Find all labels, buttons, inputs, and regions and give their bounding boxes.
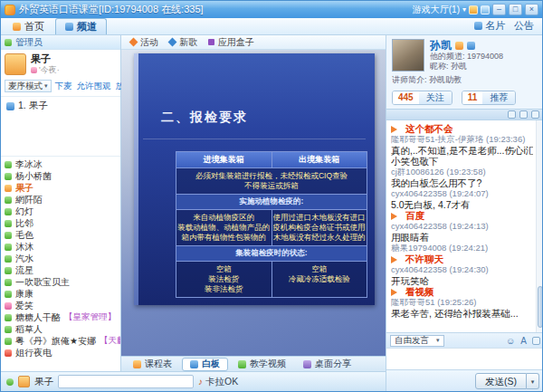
slide-table: 进境集装箱 出境集装箱 必须对集装箱进行报检，未经报检或CIQ查验不得装运或拆箱… — [176, 151, 367, 298]
follow-button[interactable]: 445 关注 — [392, 91, 452, 105]
board-tab[interactable]: 教学视频 — [231, 358, 293, 371]
weibo-icon[interactable] — [469, 5, 478, 14]
slide-edge-accent — [134, 53, 138, 305]
chat-message: 看视频 — [391, 286, 533, 297]
nav-action-button[interactable]: 公告 — [514, 19, 534, 33]
chat-message-text: 这个都不会 — [405, 123, 453, 134]
font-icon[interactable]: A — [520, 336, 527, 346]
member-status-icon — [5, 255, 12, 263]
send-button[interactable]: 发送(S) — [475, 373, 527, 389]
recommend-button[interactable]: 11 推荐 — [462, 91, 517, 105]
member-list-item[interactable]: 比邻 — [1, 217, 120, 229]
mic-action-link[interactable]: 下麦 — [55, 81, 72, 92]
member-list-item[interactable]: 幻灯 — [1, 206, 120, 217]
nav-tab[interactable]: 频道 — [55, 18, 107, 34]
quick-chat-input[interactable] — [58, 375, 194, 388]
minimize-button[interactable]: – — [492, 4, 506, 15]
game-lobby-button[interactable]: 游戏大厅(1) — [413, 4, 460, 16]
board-tab[interactable]: 课程表 — [126, 358, 179, 371]
nav-tab-icon — [65, 23, 73, 31]
member-list-item[interactable]: 一吹歌宝贝主 — [1, 276, 120, 288]
speak-mode-select[interactable]: 自由发言 ▾ — [390, 335, 444, 347]
send-options-caret[interactable]: ▾ — [527, 373, 539, 389]
screenshot-icon[interactable] — [532, 337, 540, 345]
owner-name: 果子 — [31, 53, 60, 65]
member-list-item[interactable]: 糖糖人干酪 【皇家管理】 — [1, 311, 120, 323]
board-tab[interactable]: 白板 — [182, 358, 228, 371]
member-list-item[interactable]: 沐沐 — [1, 241, 120, 253]
chat-message: 不许聊天 — [391, 253, 533, 264]
karaoke-button[interactable]: ♪ 卡拉OK — [198, 376, 238, 388]
board-tab-label: 课程表 — [145, 358, 172, 370]
gear-icon[interactable] — [467, 42, 475, 50]
member-name: 流星 — [15, 264, 33, 276]
emoticon-icon[interactable]: ☺ — [506, 336, 515, 346]
toolbar-button[interactable]: 应用盒子 — [208, 36, 254, 49]
message-icon[interactable] — [481, 5, 490, 14]
chat-message: 用眼睛着 — [391, 232, 533, 243]
chat-message: 这个都不会 — [391, 123, 533, 134]
maximize-button[interactable]: □ — [509, 4, 522, 15]
whiteboard-canvas: 二、报检要求 进境集装箱 出境集装箱 必须对集装箱进行报检，未经报检或CIQ查验… — [121, 50, 386, 356]
chat-message: cyx406422358 (19:24:07) — [391, 188, 533, 199]
table-header-cell: 出境集装箱 — [272, 152, 367, 167]
table-line: 使用过进口木地板没有进口检 — [273, 213, 367, 223]
nav-actions: 名片 公告 — [474, 19, 539, 34]
member-list-item[interactable]: 毛色 — [1, 229, 120, 241]
member-list-item[interactable]: 姐行夜电 — [1, 347, 120, 359]
presenter-avatar[interactable] — [392, 39, 424, 72]
member-list-item[interactable]: 爱笑 — [1, 300, 120, 311]
member-list-item[interactable]: 稻草人 — [1, 323, 120, 335]
toolbar-button[interactable]: 新歌 — [169, 36, 197, 49]
table-section-row: 集装箱检疫时的状态: — [176, 245, 367, 261]
channel-owner[interactable]: 果子 '今夜· — [1, 50, 120, 77]
member-list-item[interactable]: 粤《丹》旗俺★安娜 【天麒歌手】 — [1, 335, 120, 347]
chat-message-text: 糖果19794008 (19:24:21) — [391, 243, 488, 253]
channel-tree-item[interactable]: 1. 果子 — [1, 97, 120, 115]
table-line: 空箱 — [177, 264, 271, 274]
settings-icon[interactable] — [531, 110, 539, 119]
chat-message-text: 百度 — [405, 210, 424, 221]
member-list-item[interactable]: 果子 — [1, 182, 120, 194]
chat-format-icons: ☺ A — [506, 336, 540, 346]
member-list-item[interactable]: 汽水 — [1, 253, 120, 264]
table-line: 装载动植物、动植物产品的 — [177, 223, 271, 233]
chat-input[interactable] — [386, 348, 543, 369]
nav-tab-icon — [13, 23, 21, 31]
close-button[interactable]: × — [525, 4, 538, 15]
table-cell: 空箱冷藏冷冻适载检验 — [272, 262, 367, 297]
member-list-item[interactable]: 康康 — [1, 288, 120, 300]
chat-scrollbar-thumb[interactable] — [538, 286, 543, 328]
chevron-down-icon[interactable]: ▾ — [462, 5, 466, 14]
member-name: 沐沐 — [15, 241, 33, 253]
nav-action-icon — [474, 22, 482, 30]
toolbar-icon — [129, 38, 138, 47]
member-name: 康康 — [15, 288, 33, 300]
member-list-item[interactable]: 李冰冰 — [1, 158, 120, 170]
member-list-item[interactable]: 杨小桥菌 — [1, 170, 120, 182]
mic-action-link[interactable]: 允许围观 — [77, 81, 111, 92]
signature-icon — [31, 67, 37, 73]
nav-tab[interactable]: 首页 — [4, 18, 53, 34]
board-tab[interactable]: 桌面分享 — [296, 358, 358, 371]
image-icon[interactable] — [508, 110, 516, 119]
chat-scrollbar[interactable] — [536, 120, 543, 332]
owner-avatar[interactable] — [5, 53, 26, 75]
toolbar-button[interactable]: 活动 — [130, 36, 158, 49]
mic-mode-select[interactable]: 麦序模式 ▾ — [5, 80, 52, 92]
chat-message: 我的白板怎么用不了? — [391, 177, 533, 188]
nav-action-button[interactable]: 名片 — [474, 19, 505, 33]
member-list-item[interactable]: 流星 — [1, 264, 120, 276]
profile-actions: 445 关注 11 推荐 — [392, 91, 538, 105]
chevron-down-icon: ▾ — [436, 337, 440, 344]
chat-message: cyx406422358 (19:24:30) — [391, 264, 533, 275]
my-avatar[interactable] — [18, 376, 30, 387]
camera-icon[interactable] — [519, 110, 528, 119]
table-line: 来自动植物疫区的 — [177, 213, 271, 223]
channel-toolbar: 活动 新歌 应用盒子 — [121, 35, 386, 50]
member-name: 粤《丹》旗俺★安娜 — [15, 335, 96, 347]
member-list-item[interactable]: 網阡陌 — [1, 194, 120, 206]
mic-mode-value: 麦序模式 — [8, 81, 43, 92]
toolbar-label: 活动 — [140, 36, 158, 49]
chat-message: 小笑包敬下 — [391, 156, 533, 167]
